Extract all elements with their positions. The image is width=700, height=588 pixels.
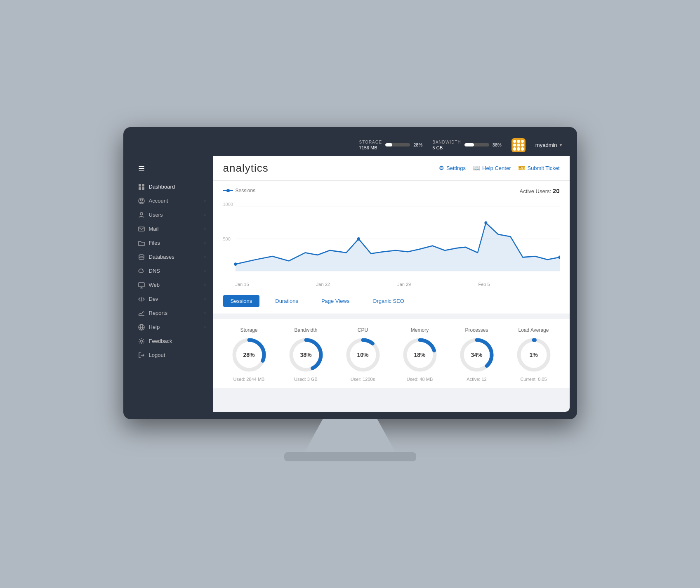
chevron-right-icon: › [204,241,205,245]
tab-seo[interactable]: Organic SEO [365,295,412,307]
sessions-label: Sessions [236,188,256,194]
sidebar-label-logout: Logout [149,352,165,358]
stat-label-storage: Storage [240,327,257,333]
sidebar-item-help[interactable]: Help › [131,320,213,334]
sidebar-label-help: Help [149,324,160,330]
y-label-500: 500 [223,236,231,241]
ticket-label: Submit Ticket [527,165,559,171]
sidebar-item-databases[interactable]: Databases › [131,250,213,264]
stats-grid: Storage 28% Used: 2844 MB Bandwidth 38% … [223,327,560,382]
monitor-icon [138,282,145,288]
svg-rect-3 [142,187,144,190]
user-icon [138,212,145,218]
chart-section: Sessions Active Users: 20 1000 500 [213,181,570,290]
y-label-1000: 1000 [223,202,233,207]
active-users: Active Users: 20 [520,187,560,194]
stat-used-storage: Used: 2844 MB [233,377,265,382]
username: myadmin [535,142,557,148]
stat-card-cpu: CPU 10% User: 1200s [337,327,389,382]
sidebar-item-account[interactable]: Account › [131,194,213,208]
svg-rect-2 [139,187,141,190]
chart-container: 1000 500 [223,198,560,280]
stat-used-processes: Active: 12 [467,377,486,382]
stat-card-bandwidth: Bandwidth 38% Used: 3 GB [280,327,332,382]
chevron-right-icon: › [204,198,205,203]
stat-card-storage: Storage 28% Used: 2844 MB [223,327,275,382]
stat-used-load: Current: 0.05 [520,377,547,382]
stat-used-bandwidth: Used: 3 GB [294,377,318,382]
storage-progress-fill [385,143,392,146]
donut-percent-cpu: 10% [357,352,368,358]
chevron-right-icon: › [204,227,205,231]
sidebar-label-files: Files [149,240,160,246]
donut-processes: 34% [458,336,495,373]
sidebar-item-dashboard[interactable]: Dashboard [131,180,213,194]
stat-label-bandwidth: Bandwidth [294,327,317,333]
cloud-icon [138,268,145,274]
chevron-right-icon: › [204,311,205,315]
bandwidth-value: 5 GB [432,145,443,151]
sidebar-item-feedback[interactable]: Feedback [131,334,213,348]
sidebar-item-dns[interactable]: DNS › [131,264,213,278]
svg-point-12 [140,340,142,342]
storage-percent: 28% [413,142,422,148]
user-menu[interactable]: myadmin ▼ [535,142,563,148]
sidebar-item-logout[interactable]: Logout [131,348,213,362]
bandwidth-progress-bar [464,143,489,146]
sidebar-item-users[interactable]: Users › [131,208,213,222]
sidebar-label-reports: Reports [149,310,168,316]
ticket-link[interactable]: 🎫 Submit Ticket [518,165,559,171]
sidebar-item-mail[interactable]: Mail › [131,222,213,236]
stat-card-processes: Processes 34% Active: 12 [451,327,503,382]
database-icon [138,254,145,260]
donut-percent-memory: 18% [414,352,425,358]
sidebar-label-feedback: Feedback [149,338,172,344]
settings-icon [138,338,145,345]
donut-bandwidth: 38% [288,336,325,373]
chevron-right-icon: › [204,255,205,259]
bandwidth-percent: 38% [493,142,502,148]
sidebar-label-account: Account [149,198,168,204]
chevron-right-icon: › [204,283,205,287]
settings-link[interactable]: ⚙ Settings [439,165,466,171]
mail-icon [138,226,145,232]
content-area: analytics ⚙ Settings 📖 Help Center [213,156,570,412]
x-label-feb5: Feb 5 [478,282,490,287]
stats-section: Storage 28% Used: 2844 MB Bandwidth 38% … [213,319,570,388]
bandwidth-info: BANDWIDTH 5 GB 38% [432,139,502,151]
sidebar-label-dashboard: Dashboard [149,184,175,190]
tab-durations[interactable]: Durations [268,295,306,307]
donut-percent-load: 1% [529,352,537,358]
donut-load: 1% [515,336,552,373]
donut-storage: 28% [231,336,268,373]
tab-sessions[interactable]: Sessions [223,295,260,307]
sidebar-label-mail: Mail [149,226,159,232]
tab-pageviews[interactable]: Page Views [314,295,357,307]
svg-rect-9 [139,283,144,287]
help-link[interactable]: 📖 Help Center [473,165,511,171]
sidebar-label-web: Web [149,282,160,288]
top-bar: STORAGE 7156 MB 28% BANDWIDTH 5 GB [131,135,570,156]
chevron-down-icon: ▼ [559,143,563,147]
sidebar-item-dev[interactable]: Dev › [131,292,213,306]
monitor-base [284,452,416,461]
settings-label: Settings [446,165,466,171]
chevron-right-icon: › [204,213,205,217]
sidebar-item-files[interactable]: Files › [131,236,213,250]
svg-point-5 [140,199,142,201]
user-circle-icon [138,198,145,204]
sidebar-label-users: Users [149,212,163,218]
page-title: analytics [223,162,269,175]
storage-info: STORAGE 7156 MB 28% [359,139,423,151]
stat-label-load: Load Average [519,327,549,333]
sidebar-item-web[interactable]: Web › [131,278,213,292]
help-icon: 📖 [473,165,480,171]
svg-point-8 [139,255,144,256]
chart-area-fill [235,223,559,271]
avatar [511,138,526,152]
chevron-right-icon: › [204,269,205,273]
hamburger-menu[interactable]: ☰ [131,160,213,177]
chart-x-labels: Jan 15 Jan 22 Jan 29 Feb 5 x [223,280,560,290]
stat-card-memory: Memory 18% Used: 48 MB [394,327,446,382]
sidebar-item-reports[interactable]: Reports › [131,306,213,320]
